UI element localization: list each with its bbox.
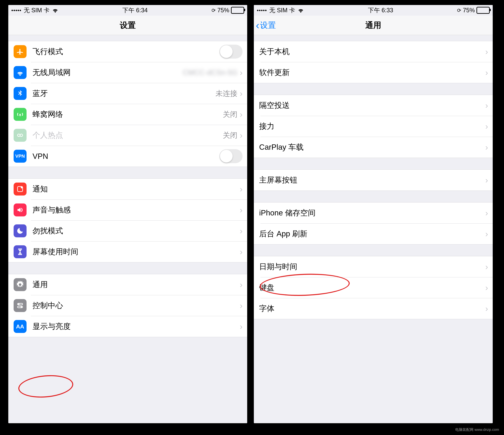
chevron-right-icon: › — [240, 226, 243, 236]
notifications-icon — [14, 182, 27, 196]
nav-bar: ‹设置 通用 — [254, 16, 493, 35]
chevron-right-icon: › — [485, 175, 488, 185]
chevron-right-icon: › — [240, 130, 243, 140]
signal-dots: ••••• — [11, 7, 21, 13]
row-about[interactable]: 关于本机› — [254, 41, 493, 62]
row-screentime[interactable]: 屏幕使用时间› — [8, 241, 247, 262]
cell-value: 关闭 — [223, 130, 237, 140]
vpn-icon: VPN — [14, 150, 27, 163]
bluetooth-icon — [14, 87, 27, 100]
row-iphone-storage[interactable]: iPhone 储存空间› — [254, 202, 493, 223]
chevron-right-icon: › — [240, 109, 243, 119]
carrier-text: 无 SIM 卡 — [269, 6, 295, 14]
cell-label: 控制中心 — [33, 300, 63, 311]
cell-label: 显示与亮度 — [33, 321, 71, 332]
row-dnd[interactable]: 勿扰模式› — [8, 220, 247, 241]
hotspot-icon — [14, 129, 27, 142]
vpn-toggle[interactable] — [219, 149, 243, 163]
cell-label: 飞行模式 — [33, 46, 63, 57]
row-wifi[interactable]: 无线局域网CMCC-dCSn-5G› — [8, 62, 247, 83]
row-keyboard[interactable]: 键盘› — [254, 277, 493, 298]
cellular-icon — [14, 108, 27, 121]
group-about: 关于本机› 软件更新› — [254, 41, 493, 83]
dnd-icon — [14, 224, 27, 237]
cell-label: VPN — [33, 152, 48, 161]
row-bluetooth[interactable]: 蓝牙未连接› — [8, 83, 247, 104]
row-cellular[interactable]: 蜂窝网络关闭› — [8, 104, 247, 125]
group-storage: iPhone 储存空间› 后台 App 刷新› — [254, 202, 493, 245]
row-display[interactable]: AA显示与亮度› — [8, 316, 247, 337]
chevron-right-icon: › — [485, 47, 488, 56]
chevron-right-icon: › — [485, 262, 488, 272]
chevron-right-icon: › — [240, 247, 243, 257]
row-general[interactable]: 通用› — [8, 274, 247, 295]
cell-label: iPhone 储存空间 — [259, 208, 315, 218]
cell-label: 通知 — [33, 184, 48, 194]
group-datetime: 日期与时间› 键盘› 字体› — [254, 256, 493, 319]
cell-label: 勿扰模式 — [33, 226, 63, 236]
display-icon: AA — [14, 320, 27, 333]
row-control-center[interactable]: 控制中心› — [8, 295, 247, 316]
chevron-right-icon: › — [485, 304, 488, 313]
cell-value: 未连接 — [216, 89, 237, 99]
row-background-refresh[interactable]: 后台 App 刷新› — [254, 223, 493, 244]
screenshot-settings: ••••• 无 SIM 卡 下午 6:34 ⟳ 75% 设置 飞行模式 无线局域… — [8, 5, 247, 423]
cell-label: 通用 — [33, 280, 48, 290]
cell-label: 字体 — [259, 303, 274, 314]
chevron-right-icon: › — [240, 184, 243, 194]
cell-label: 软件更新 — [259, 67, 290, 78]
status-bar: ••••• 无 SIM 卡 下午 6:33 ⟳ 75% — [254, 5, 493, 16]
row-sounds[interactable]: 声音与触感› — [8, 199, 247, 220]
cell-label: 个人热点 — [33, 130, 63, 140]
chevron-right-icon: › — [485, 229, 488, 239]
svg-point-5 — [18, 304, 19, 305]
svg-point-1 — [20, 134, 23, 136]
row-airplane[interactable]: 飞行模式 — [8, 41, 247, 62]
orientation-lock-icon: ⟳ — [457, 8, 461, 13]
chevron-right-icon: › — [240, 89, 243, 98]
row-airdrop[interactable]: 隔空投送› — [254, 95, 493, 116]
row-software-update[interactable]: 软件更新› — [254, 62, 493, 83]
status-bar: ••••• 无 SIM 卡 下午 6:34 ⟳ 75% — [8, 5, 247, 16]
clock-text: 下午 6:33 — [368, 6, 393, 14]
chevron-right-icon: › — [240, 322, 243, 331]
group-notifications: 通知› 声音与触感› 勿扰模式› 屏幕使用时间› — [8, 178, 247, 263]
row-vpn[interactable]: VPNVPN — [8, 146, 247, 167]
sounds-icon — [14, 203, 27, 217]
svg-point-0 — [18, 134, 20, 136]
battery-indicator: 75% — [463, 7, 490, 14]
cell-label: 主屏幕按钮 — [259, 175, 297, 185]
clock-text: 下午 6:34 — [122, 6, 148, 14]
row-hotspot[interactable]: 个人热点关闭› — [8, 125, 247, 146]
chevron-right-icon: › — [485, 100, 488, 110]
row-carplay[interactable]: CarPlay 车载› — [254, 137, 493, 158]
cell-label: 键盘 — [259, 282, 274, 293]
chevron-right-icon: › — [485, 68, 488, 77]
cell-label: CarPlay 车载 — [259, 142, 304, 152]
carrier-text: 无 SIM 卡 — [24, 6, 50, 14]
row-notifications[interactable]: 通知› — [8, 179, 247, 199]
row-fonts[interactable]: 字体› — [254, 298, 493, 319]
signal-dots: ••••• — [257, 7, 267, 13]
cell-label: 后台 App 刷新 — [259, 229, 307, 239]
row-home-button[interactable]: 主屏幕按钮› — [254, 170, 493, 190]
chevron-right-icon: › — [240, 205, 243, 215]
wifi-icon — [14, 66, 27, 79]
nav-bar: 设置 — [8, 16, 247, 35]
row-handoff[interactable]: 接力› — [254, 116, 493, 137]
cell-label: 关于本机 — [259, 46, 290, 57]
wifi-icon — [297, 6, 304, 14]
annotation-circle — [18, 373, 74, 400]
cell-value: CMCC-dCSn-5G — [183, 68, 237, 77]
cell-label: 无线局域网 — [33, 67, 71, 78]
battery-indicator: 75% — [217, 7, 244, 14]
airplane-icon — [14, 45, 27, 58]
cell-value: 关闭 — [223, 109, 237, 119]
airplane-toggle[interactable] — [219, 45, 243, 59]
chevron-right-icon: › — [485, 121, 488, 131]
nav-title: 通用 — [254, 20, 493, 31]
chevron-right-icon: › — [240, 301, 243, 310]
row-date-time[interactable]: 日期与时间› — [254, 256, 493, 277]
svg-point-7 — [21, 306, 22, 308]
control-center-icon — [14, 299, 27, 312]
